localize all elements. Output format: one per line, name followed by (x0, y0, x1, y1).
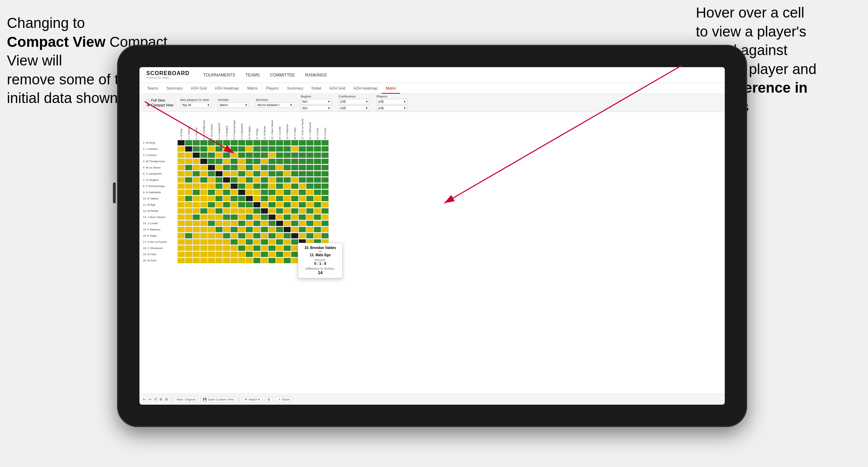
matrix-cell[interactable] (321, 158, 329, 164)
matrix-cell[interactable] (261, 208, 268, 214)
matrix-cell[interactable] (192, 158, 200, 164)
matrix-cell[interactable] (253, 171, 261, 177)
matrix-cell[interactable] (185, 189, 192, 195)
matrix-cell[interactable] (200, 177, 208, 183)
matrix-cell[interactable] (283, 189, 291, 195)
matrix-cell[interactable] (230, 202, 238, 208)
matrix-cell[interactable] (299, 171, 306, 177)
matrix-cell[interactable] (215, 146, 223, 152)
matrix-cell[interactable] (268, 140, 276, 146)
matrix-cell[interactable] (208, 251, 215, 257)
matrix-cell[interactable] (230, 220, 238, 226)
matrix-cell[interactable] (321, 214, 329, 220)
matrix-cell[interactable] (200, 183, 208, 189)
matrix-cell[interactable] (245, 233, 253, 239)
matrix-cell[interactable] (200, 189, 208, 195)
matrix-cell[interactable] (215, 239, 223, 245)
matrix-cell[interactable] (253, 158, 261, 164)
matrix-cell[interactable] (177, 140, 185, 146)
tab-players[interactable]: Players (262, 83, 283, 94)
matrix-cell[interactable] (238, 227, 245, 232)
matrix-cell[interactable] (200, 146, 208, 152)
matrix-cell[interactable] (321, 165, 329, 170)
matrix-cell[interactable] (177, 146, 185, 152)
matrix-cell[interactable] (268, 152, 276, 158)
matrix-cell[interactable] (299, 196, 306, 201)
matrix-cell[interactable] (314, 140, 321, 146)
matrix-cell[interactable] (268, 233, 276, 239)
matrix-cell[interactable] (185, 158, 192, 164)
matrix-cell[interactable] (200, 202, 208, 208)
matrix-cell[interactable] (177, 220, 185, 226)
matrix-cell[interactable] (261, 189, 268, 195)
matrix-cell[interactable] (253, 140, 261, 146)
matrix-cell[interactable] (321, 227, 329, 232)
matrix-cell[interactable] (299, 177, 306, 183)
matrix-cell[interactable] (223, 165, 230, 170)
matrix-cell[interactable] (200, 171, 208, 177)
max-players-select[interactable]: Top 25 ▾ (180, 102, 211, 108)
matrix-cell[interactable] (306, 152, 314, 158)
matrix-cell[interactable] (177, 165, 185, 170)
matrix-cell[interactable] (238, 189, 245, 195)
matrix-cell[interactable] (208, 196, 215, 201)
matrix-cell[interactable] (276, 208, 283, 214)
matrix-cell[interactable] (185, 183, 192, 189)
matrix-cell[interactable] (200, 208, 208, 214)
gender-select[interactable]: Men's ▾ (218, 102, 249, 108)
matrix-cell[interactable] (245, 158, 253, 164)
matrix-cell[interactable] (200, 158, 208, 164)
matrix-cell[interactable] (268, 220, 276, 226)
matrix-cell[interactable] (192, 165, 200, 170)
matrix-cell[interactable] (177, 202, 185, 208)
matrix-cell[interactable] (276, 171, 283, 177)
matrix-cell[interactable] (261, 220, 268, 226)
matrix-cell[interactable] (223, 152, 230, 158)
tab-matrix1[interactable]: Matrix (243, 83, 262, 94)
matrix-cell[interactable] (283, 227, 291, 232)
matrix-cell[interactable] (291, 189, 299, 195)
matrix-cell[interactable] (200, 196, 208, 201)
tab-matrix2[interactable]: Matrix (381, 83, 400, 94)
matrix-cell[interactable] (261, 251, 268, 257)
undo-icon[interactable]: ↩ (143, 397, 146, 401)
matrix-cell[interactable] (276, 177, 283, 183)
matrix-cell[interactable] (185, 171, 192, 177)
tab-summary2[interactable]: Summary (283, 83, 307, 94)
matrix-cell[interactable] (185, 245, 192, 251)
matrix-cell[interactable] (261, 202, 268, 208)
matrix-cell[interactable] (238, 233, 245, 239)
matrix-cell[interactable] (238, 171, 245, 177)
matrix-cell[interactable] (268, 171, 276, 177)
matrix-cell[interactable] (291, 214, 299, 220)
matrix-cell[interactable] (215, 152, 223, 158)
matrix-cell[interactable] (283, 258, 291, 263)
matrix-cell[interactable] (291, 183, 299, 189)
matrix-cell[interactable] (245, 251, 253, 257)
matrix-cell[interactable] (321, 146, 329, 152)
matrix-cell[interactable] (306, 233, 314, 239)
matrix-cell[interactable] (238, 158, 245, 164)
matrix-cell[interactable] (215, 140, 223, 146)
matrix-cell[interactable] (200, 239, 208, 245)
matrix-cell[interactable] (238, 214, 245, 220)
matrix-cell[interactable] (230, 227, 238, 232)
matrix-cell[interactable] (185, 220, 192, 226)
matrix-cell[interactable] (192, 233, 200, 239)
matrix-cell[interactable] (283, 183, 291, 189)
matrix-cell[interactable] (192, 146, 200, 152)
matrix-cell[interactable] (230, 140, 238, 146)
matrix-cell[interactable] (185, 233, 192, 239)
matrix-cell[interactable] (314, 146, 321, 152)
matrix-cell[interactable] (215, 202, 223, 208)
matrix-cell[interactable] (268, 202, 276, 208)
matrix-cell[interactable] (208, 239, 215, 245)
matrix-cell[interactable] (268, 183, 276, 189)
matrix-cell[interactable] (291, 227, 299, 232)
matrix-cell[interactable] (253, 233, 261, 239)
matrix-cell[interactable] (238, 183, 245, 189)
matrix-cell[interactable] (245, 146, 253, 152)
redo-icon[interactable]: ↪ (148, 397, 151, 401)
matrix-cell[interactable] (306, 208, 314, 214)
matrix-cell[interactable] (291, 258, 299, 263)
